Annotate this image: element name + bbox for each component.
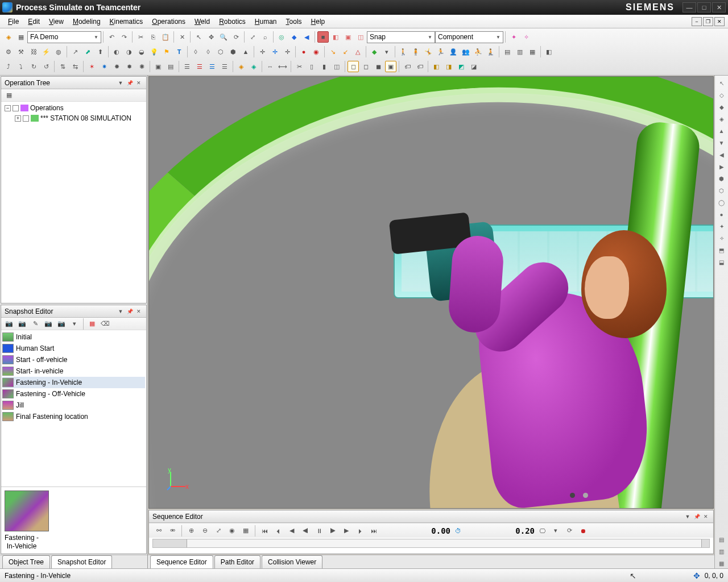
record-icon[interactable]: ⏺ xyxy=(577,525,589,537)
disp1-icon[interactable]: ◻ xyxy=(348,61,359,72)
op2-icon[interactable]: ▤ xyxy=(165,61,176,72)
frame3-icon[interactable]: ✛ xyxy=(282,46,293,57)
rt6-icon[interactable]: ▼ xyxy=(717,138,727,148)
view-point-icon[interactable]: ◆ xyxy=(288,31,300,43)
shade-hidden-icon[interactable]: ▣ xyxy=(342,31,354,43)
kin1-icon[interactable]: ⤴ xyxy=(3,61,14,72)
play-fwd-icon[interactable]: ▶ xyxy=(341,525,352,537)
panel-menu-icon[interactable]: ▼ xyxy=(117,307,125,315)
tab-path-editor[interactable]: Path Editor xyxy=(214,555,260,568)
path2-icon[interactable]: ↙ xyxy=(340,46,351,57)
misc4-icon[interactable]: ⬢ xyxy=(228,46,239,57)
copy-icon[interactable]: ⎘ xyxy=(147,31,159,43)
human4-icon[interactable]: 🏃 xyxy=(435,46,446,57)
coll1-icon[interactable]: ◈ xyxy=(235,61,247,72)
shade-wire-icon[interactable]: ◧ xyxy=(330,31,341,43)
rt16-icon[interactable]: ⬓ xyxy=(717,257,727,267)
disp4-icon[interactable]: ▣ xyxy=(385,61,396,72)
tab-snapshot-editor[interactable]: Snapshot Editor xyxy=(51,555,112,568)
sec2-icon[interactable]: ▯ xyxy=(306,61,317,72)
disp3-icon[interactable]: ◼ xyxy=(373,61,384,72)
zoom-window-icon[interactable]: ⌕ xyxy=(259,31,271,43)
3d-viewport[interactable]: y x xyxy=(148,76,714,509)
report1-icon[interactable]: ▤ xyxy=(502,46,513,57)
box4-icon[interactable]: ◪ xyxy=(468,61,479,72)
pin-icon[interactable]: 📌 xyxy=(693,513,701,521)
refresh-icon[interactable]: ⟳ xyxy=(564,525,575,537)
menu-modeling[interactable]: Modeling xyxy=(68,16,105,27)
scope-select[interactable]: FA Demo▼ xyxy=(27,31,101,43)
panel-close-icon[interactable]: ✕ xyxy=(135,307,143,315)
home-icon[interactable]: ◈ xyxy=(3,31,14,43)
zoom-fit-icon[interactable]: ⤢ xyxy=(247,31,258,43)
robot-tool6-icon[interactable]: ↗ xyxy=(69,46,81,57)
robot-tool-icon[interactable]: ⚙ xyxy=(3,46,14,57)
misc5-icon[interactable]: ▲ xyxy=(240,46,251,57)
jump-end-icon[interactable]: ⏭ xyxy=(368,525,379,537)
rt15-icon[interactable]: ⬒ xyxy=(717,245,727,255)
weld2-icon[interactable]: ✷ xyxy=(98,61,110,72)
menu-robotics[interactable]: Robotics xyxy=(214,16,250,27)
robot-tool3-icon[interactable]: ⛓ xyxy=(28,46,39,57)
misc1-icon[interactable]: ◊ xyxy=(190,46,201,57)
view-center-icon[interactable]: ◎ xyxy=(276,31,287,43)
pause-icon[interactable]: ⏸ xyxy=(313,525,325,537)
menu-kinematics[interactable]: Kinematics xyxy=(105,16,148,27)
sim-tool3-icon[interactable]: ◒ xyxy=(136,46,147,57)
list-item[interactable]: Initial xyxy=(2,331,145,343)
rt7-icon[interactable]: ◀ xyxy=(717,149,727,160)
pin-icon[interactable]: 📌 xyxy=(126,79,134,87)
list-item-selected[interactable]: Fastening - In-Vehicle xyxy=(2,377,145,388)
pan-icon[interactable]: ✥ xyxy=(205,31,217,43)
robot-tool5-icon[interactable]: ◍ xyxy=(53,46,64,57)
dot-icon[interactable] xyxy=(583,493,588,498)
human5-icon[interactable]: 👤 xyxy=(448,46,459,57)
expand-icon[interactable]: + xyxy=(15,115,21,122)
close-button[interactable]: ✕ xyxy=(712,2,726,13)
tree-child-row[interactable]: + *** STATION 08 SIMULATION xyxy=(2,113,145,123)
wand-icon[interactable]: ✦ xyxy=(508,31,519,43)
robot-tool7-icon[interactable]: ⬈ xyxy=(82,46,93,57)
shade-trans-icon[interactable]: ◫ xyxy=(355,31,366,43)
sim-tool1-icon[interactable]: ◐ xyxy=(111,46,122,57)
step-back-icon[interactable]: ⏴ xyxy=(272,525,284,537)
snap-cam-icon[interactable]: 📷 xyxy=(43,318,54,330)
kin6-icon[interactable]: ⇆ xyxy=(69,61,81,72)
gantt3-icon[interactable]: ☰ xyxy=(206,61,218,72)
snap-drop-icon[interactable]: ▾ xyxy=(69,318,80,330)
coll2-icon[interactable]: ◈ xyxy=(248,61,259,72)
mdi-minimize-button[interactable]: − xyxy=(692,17,702,26)
wand2-icon[interactable]: ✧ xyxy=(520,31,532,43)
snap-edit-icon[interactable]: ✎ xyxy=(30,318,41,330)
report2-icon[interactable]: ▥ xyxy=(514,46,526,57)
list-item[interactable]: Jill xyxy=(2,400,145,411)
frame1-icon[interactable]: ✛ xyxy=(257,46,268,57)
view-prev-icon[interactable]: ◀ xyxy=(301,31,312,43)
meas1-icon[interactable]: ↔ xyxy=(264,61,276,72)
tree-root-row[interactable]: − Operations xyxy=(2,103,145,113)
human7-icon[interactable]: ⛹ xyxy=(473,46,484,57)
list-item[interactable]: Final Fastening location xyxy=(2,411,145,422)
delete-icon[interactable]: ✕ xyxy=(176,31,188,43)
snap-new2-icon[interactable]: 📷 xyxy=(16,318,28,330)
list-item[interactable]: Fastening - Off-Vehicle xyxy=(2,388,145,400)
kin2-icon[interactable]: ⤵ xyxy=(15,61,27,72)
meas2-icon[interactable]: ⟷ xyxy=(277,61,288,72)
tab-object-tree[interactable]: Object Tree xyxy=(2,555,50,568)
kin5-icon[interactable]: ⇅ xyxy=(57,61,68,72)
kin3-icon[interactable]: ↻ xyxy=(28,61,39,72)
gantt1-icon[interactable]: ☰ xyxy=(181,61,193,72)
move-axis-icon[interactable]: ✥ xyxy=(693,571,702,580)
panel-close-icon[interactable]: ✕ xyxy=(702,513,710,521)
cfg-icon[interactable]: ◆ xyxy=(369,46,380,57)
collapse-icon[interactable]: − xyxy=(5,105,11,111)
rt5-icon[interactable]: ▲ xyxy=(717,126,727,136)
paste-icon[interactable]: 📋 xyxy=(160,31,171,43)
panel-menu-icon[interactable]: ▼ xyxy=(684,513,692,521)
menu-edit[interactable]: Edit xyxy=(23,16,44,27)
weld5-icon[interactable]: ✺ xyxy=(136,61,147,72)
menu-tools[interactable]: Tools xyxy=(282,16,307,27)
rt-doc3-icon[interactable]: ▦ xyxy=(717,558,727,568)
frame2-icon[interactable]: ✛ xyxy=(269,46,280,57)
rt8-icon[interactable]: ▶ xyxy=(717,161,727,172)
